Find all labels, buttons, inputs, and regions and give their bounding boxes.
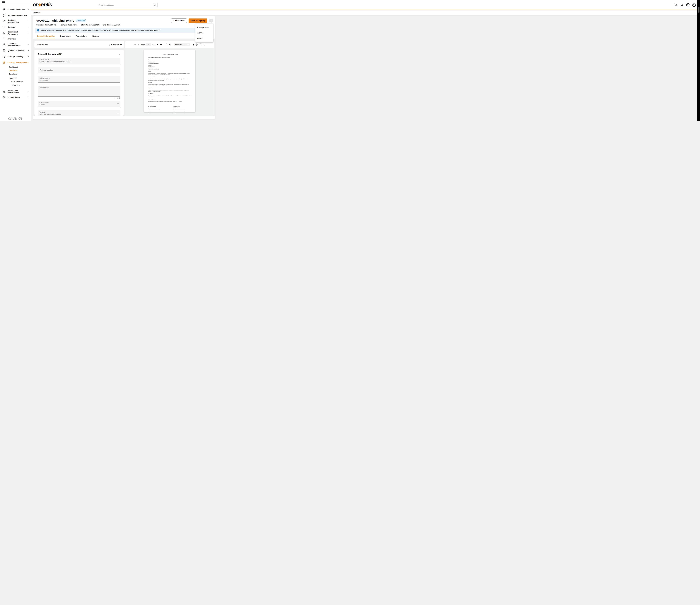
edit-contract-button[interactable]: Edit contract	[171, 19, 187, 23]
menu-item-change-owner[interactable]: Change owner	[196, 25, 213, 30]
hamburger-menu-icon[interactable]	[2, 1, 5, 3]
status-badge: Authoring	[76, 19, 86, 22]
sidebar-item-settings[interactable]: Settings	[9, 76, 31, 80]
contract-meta: Supplier:BüroWelt GmbH Owner:Chloé Marti…	[33, 23, 215, 26]
tab-general-information[interactable]: General Information	[37, 35, 55, 39]
sidebar-item-label: Operational Purchasing	[7, 31, 27, 35]
tab-bar: General Information Documents Permission…	[33, 35, 215, 39]
collapse-vertical-icon	[108, 44, 110, 46]
signature-line	[173, 104, 185, 105]
collapse-all-button[interactable]: Collapse all	[108, 44, 122, 46]
more-actions-button[interactable]	[209, 19, 213, 23]
external-number-field[interactable]: External number	[38, 67, 120, 73]
breadcrumb: Contracts	[33, 12, 42, 14]
sidebar-item-settings-templates[interactable]: Templates	[9, 83, 31, 87]
general-information-card: General Information (10) Contract name* …	[34, 50, 124, 116]
chevron-right-icon	[27, 44, 29, 46]
zoom-out-icon[interactable]	[165, 43, 168, 46]
sidebar-item-core-attributes[interactable]: Core Attributes	[9, 80, 31, 83]
sidebar-item-strategic-procurement[interactable]: Strategic procurement	[0, 18, 31, 24]
menu-item-archive[interactable]: Archive	[196, 30, 213, 35]
search-document-icon[interactable]	[199, 43, 202, 46]
sidebar-item-quotes-auctions[interactable]: Quotes & Auctions	[0, 48, 31, 53]
person-cap-icon	[2, 43, 6, 47]
search-input[interactable]	[97, 4, 154, 6]
chevron-right-icon	[27, 14, 29, 16]
last-page-icon[interactable]	[160, 44, 162, 46]
sidebar-item-templates[interactable]: Templates	[9, 72, 31, 76]
onventis-footer-logo: onventis	[8, 116, 23, 121]
sidebar-item-label: Onventis AssistBee	[7, 8, 27, 10]
hand-tool-icon[interactable]	[196, 43, 198, 46]
zoom-in-icon[interactable]	[169, 43, 172, 46]
breadcrumb-bar: Contracts	[31, 10, 218, 15]
svg-text:§: §	[4, 63, 5, 64]
sidebar-header	[0, 0, 31, 4]
hand-truck-icon	[2, 14, 6, 17]
chevron-right-icon	[27, 50, 29, 51]
page-label: Page	[141, 44, 145, 46]
sidebar-item-label: Strategic procurement	[7, 19, 27, 23]
chevron-right-icon	[27, 55, 29, 57]
template-select[interactable]: Template Template Goods contracts	[38, 111, 120, 116]
pdf-page: Standard Agreement - Goods This Agreemen…	[144, 50, 195, 112]
chevron-right-icon	[27, 20, 29, 22]
sidebar-item-contracts[interactable]: Contracts	[9, 69, 31, 72]
tab-related[interactable]: Related	[93, 35, 99, 39]
tab-documents[interactable]: Documents	[60, 35, 71, 39]
internal-number-field[interactable]: Internal number* 00000034	[38, 76, 120, 83]
sidebar-item-customer-administration[interactable]: Customer Administration	[0, 42, 31, 48]
content-area: 00000012 - Shipping Terms Authoring Edit…	[31, 15, 218, 121]
page-number-input[interactable]	[146, 43, 151, 46]
zoom-mode-select[interactable]: Automatic ...	[174, 43, 190, 46]
menu-item-delete[interactable]: Delete	[196, 35, 213, 41]
attributes-header: 29 Attributes Collapse all	[34, 41, 124, 48]
attributes-count: 29 Attributes	[36, 44, 48, 46]
sidebar-item-dashboard[interactable]: Dashboard	[9, 65, 31, 69]
contract-paragraph-icon: §	[2, 60, 6, 64]
sidebar-item-supplier-management[interactable]: Supplier management	[0, 12, 31, 18]
pdf-paragraphs: This Agreement is made and entered into …	[148, 57, 191, 102]
text-select-tool-icon[interactable]	[193, 43, 194, 46]
search-icon[interactable]	[154, 4, 156, 6]
section-title: General Information (10)	[38, 53, 62, 55]
sidebar-item-master-data-management[interactable]: Master data management	[0, 88, 31, 94]
sidebar-item-label: Catalogs	[7, 26, 27, 28]
gear-icon	[2, 95, 6, 99]
sidebar-item-catalogs[interactable]: Catalogs	[0, 24, 31, 30]
next-page-icon[interactable]	[157, 44, 158, 46]
tab-permissions[interactable]: Permissions	[76, 35, 87, 39]
sidebar-item-contract-management[interactable]: § Contract Management	[0, 59, 31, 65]
description-field[interactable]: Description	[38, 86, 120, 97]
sidebar-item-assistbee[interactable]: Onventis AssistBee	[0, 6, 31, 12]
signature-block: For BüroWelt GmbH Name: Title: Date: For…	[148, 104, 192, 115]
sidebar-item-label: Order processing	[7, 55, 27, 57]
sidebar-item-analytics[interactable]: Analytics	[0, 36, 31, 42]
contract-management-submenu: Dashboard Contracts Templates Settings C…	[0, 65, 31, 87]
dropdown-arrow-icon	[117, 113, 119, 114]
onventis-logo: onventis	[33, 2, 52, 7]
attributes-column: 29 Attributes Collapse all General Infor…	[34, 41, 124, 116]
dropdown-arrow-icon	[117, 103, 119, 104]
info-banner: i Before sending for signing, fill in Co…	[35, 28, 213, 33]
page-title: 00000012 - Shipping Terms	[36, 19, 74, 22]
sidebar-item-label: Contract Management	[7, 61, 27, 64]
collapse-section-icon[interactable]	[119, 54, 120, 54]
sidebar-item-operational-purchasing[interactable]: Operational Purchasing	[0, 30, 31, 36]
sidebar: Onventis AssistBee Supplier management	[0, 0, 31, 121]
sidebar-item-order-processing[interactable]: Order processing	[0, 53, 31, 59]
info-icon: i	[37, 29, 39, 31]
signature-line	[148, 104, 161, 105]
contract-type-select[interactable]: Contract type* Goods	[38, 101, 120, 107]
previous-page-icon[interactable]	[138, 44, 139, 46]
send-for-signing-button[interactable]: Send for signing	[189, 19, 207, 23]
top-header: onventis ? CM	[31, 0, 218, 10]
chevron-right-icon	[27, 38, 29, 40]
first-page-icon[interactable]	[134, 44, 136, 46]
sidebar-item-configuration[interactable]: Configuration	[0, 94, 31, 100]
pdf-canvas[interactable]: Standard Agreement - Goods This Agreemen…	[125, 48, 214, 116]
download-icon[interactable]	[203, 43, 205, 46]
bee-icon	[2, 7, 6, 11]
stacked-data-check-icon	[2, 90, 6, 93]
contract-name-field[interactable]: Contract name* Contract for provision of…	[38, 58, 120, 64]
